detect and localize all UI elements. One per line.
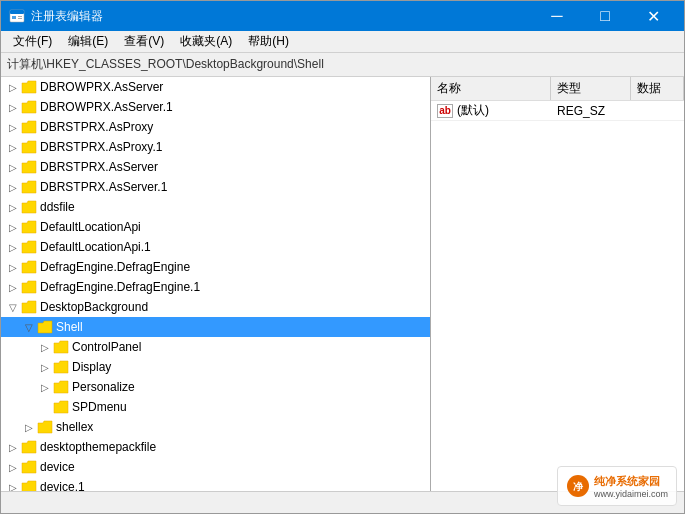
item-label: DefaultLocationApi.1 xyxy=(40,240,151,254)
item-label: DBRSTPRX.AsServer xyxy=(40,160,158,174)
tree-item-defragengine1[interactable]: ▷ DefragEngine.DefragEngine.1 xyxy=(1,277,430,297)
item-label: Shell xyxy=(56,320,83,334)
folder-icon xyxy=(53,400,69,414)
menu-edit[interactable]: 编辑(E) xyxy=(60,31,116,52)
col-data-header: 数据 xyxy=(631,77,684,100)
watermark-logo: 纯净系统家园 xyxy=(594,474,668,489)
ab-icon: ab xyxy=(437,104,453,118)
expand-btn[interactable]: ▷ xyxy=(5,439,21,455)
expand-btn[interactable]: ▷ xyxy=(5,139,21,155)
expand-btn[interactable]: ▷ xyxy=(5,99,21,115)
col-name-header: 名称 xyxy=(431,77,551,100)
folder-icon xyxy=(21,180,37,194)
item-label: DBROWPRX.AsServer xyxy=(40,80,163,94)
tree-item-dbrstprx-proxy[interactable]: ▷ DBRSTPRX.AsProxy xyxy=(1,117,430,137)
tree-item-spdmenu[interactable]: SPDmenu xyxy=(1,397,430,417)
item-label: Personalize xyxy=(72,380,135,394)
detail-row[interactable]: ab (默认) REG_SZ xyxy=(431,101,684,121)
tree-item-defaultlocationapi1[interactable]: ▷ DefaultLocationApi.1 xyxy=(1,237,430,257)
tree-item-dbrstprx-server1[interactable]: ▷ DBRSTPRX.AsServer.1 xyxy=(1,177,430,197)
folder-icon xyxy=(21,300,37,314)
expand-btn[interactable]: ▷ xyxy=(5,219,21,235)
minimize-button[interactable]: ─ xyxy=(534,1,580,31)
folder-icon xyxy=(21,260,37,274)
expand-btn[interactable]: ▷ xyxy=(5,79,21,95)
tree-item-controlpanel[interactable]: ▷ ControlPanel xyxy=(1,337,430,357)
menu-help[interactable]: 帮助(H) xyxy=(240,31,297,52)
title-bar-left: 注册表编辑器 xyxy=(9,8,103,25)
title-bar-controls: ─ □ ✕ xyxy=(534,1,676,31)
title-text: 注册表编辑器 xyxy=(31,8,103,25)
tree-item-dbrowprx-server[interactable]: ▷ DBROWPRX.AsServer xyxy=(1,77,430,97)
svg-rect-4 xyxy=(18,18,22,19)
tree-item-desktopbackground[interactable]: ▽ DesktopBackground xyxy=(1,297,430,317)
item-label: DesktopBackground xyxy=(40,300,148,314)
expand-btn[interactable]: ▷ xyxy=(5,119,21,135)
tree-item-display[interactable]: ▷ Display xyxy=(1,357,430,377)
folder-icon xyxy=(21,100,37,114)
item-label: DefragEngine.DefragEngine.1 xyxy=(40,280,200,294)
expand-btn[interactable]: ▷ xyxy=(5,179,21,195)
item-label: shellex xyxy=(56,420,93,434)
main-content: ▷ DBROWPRX.AsServer ▷ DBROWPRX.AsServer.… xyxy=(1,77,684,491)
folder-icon xyxy=(53,380,69,394)
folder-icon xyxy=(21,140,37,154)
expand-btn[interactable]: ▷ xyxy=(5,479,21,491)
tree-pane[interactable]: ▷ DBROWPRX.AsServer ▷ DBROWPRX.AsServer.… xyxy=(1,77,431,491)
folder-icon xyxy=(53,360,69,374)
tree-item-dbrstprx-server[interactable]: ▷ DBRSTPRX.AsServer xyxy=(1,157,430,177)
item-label: DBRSTPRX.AsServer.1 xyxy=(40,180,167,194)
tree-item-dbrowprx-server1[interactable]: ▷ DBROWPRX.AsServer.1 xyxy=(1,97,430,117)
col-data-label: 数据 xyxy=(637,80,661,97)
folder-icon xyxy=(37,420,53,434)
tree-item-ddsfile[interactable]: ▷ ddsfile xyxy=(1,197,430,217)
menu-favorites[interactable]: 收藏夹(A) xyxy=(172,31,240,52)
expand-btn[interactable]: ▷ xyxy=(37,359,53,375)
tree-item-device1[interactable]: ▷ device.1 xyxy=(1,477,430,491)
menu-file[interactable]: 文件(F) xyxy=(5,31,60,52)
regedit-window: 注册表编辑器 ─ □ ✕ 文件(F) 编辑(E) 查看(V) 收藏夹(A) 帮助… xyxy=(0,0,685,514)
item-label: ddsfile xyxy=(40,200,75,214)
close-button[interactable]: ✕ xyxy=(630,1,676,31)
tree-item-dbrstprx-proxy1[interactable]: ▷ DBRSTPRX.AsProxy.1 xyxy=(1,137,430,157)
watermark-logo-icon: 净 xyxy=(566,474,590,498)
folder-icon xyxy=(21,120,37,134)
expand-btn[interactable]: ▷ xyxy=(5,159,21,175)
item-label: desktopthemepackfile xyxy=(40,440,156,454)
detail-pane[interactable]: 名称 类型 数据 ab (默认) REG_SZ xyxy=(431,77,684,491)
tree-item-defragengine[interactable]: ▷ DefragEngine.DefragEngine xyxy=(1,257,430,277)
expand-btn[interactable]: ▽ xyxy=(21,319,37,335)
menu-view[interactable]: 查看(V) xyxy=(116,31,172,52)
tree-item-device[interactable]: ▷ device xyxy=(1,457,430,477)
expand-btn[interactable]: ▷ xyxy=(5,239,21,255)
folder-icon xyxy=(21,160,37,174)
expand-btn[interactable]: ▷ xyxy=(5,279,21,295)
tree-item-shell[interactable]: ▽ Shell xyxy=(1,317,430,337)
tree-item-desktopthemepackfile[interactable]: ▷ desktopthemepackfile xyxy=(1,437,430,457)
expand-btn[interactable]: ▽ xyxy=(5,299,21,315)
tree-item-shellex[interactable]: ▷ shellex xyxy=(1,417,430,437)
cell-data xyxy=(631,101,684,120)
folder-icon xyxy=(21,280,37,294)
item-label: SPDmenu xyxy=(72,400,127,414)
cell-type-value: REG_SZ xyxy=(557,104,605,118)
expand-btn[interactable]: ▷ xyxy=(5,199,21,215)
expand-btn[interactable]: ▷ xyxy=(37,379,53,395)
svg-rect-1 xyxy=(10,10,24,14)
expand-btn[interactable]: ▷ xyxy=(21,419,37,435)
expand-btn[interactable]: ▷ xyxy=(5,259,21,275)
item-label: Display xyxy=(72,360,111,374)
col-type-header: 类型 xyxy=(551,77,631,100)
expand-btn[interactable]: ▷ xyxy=(5,459,21,475)
maximize-button[interactable]: □ xyxy=(582,1,628,31)
title-bar: 注册表编辑器 ─ □ ✕ xyxy=(1,1,684,31)
folder-icon xyxy=(53,340,69,354)
item-label: DBRSTPRX.AsProxy.1 xyxy=(40,140,162,154)
regedit-icon xyxy=(9,8,25,24)
col-type-label: 类型 xyxy=(557,80,581,97)
tree-item-defaultlocationapi[interactable]: ▷ DefaultLocationApi xyxy=(1,217,430,237)
item-label: DBROWPRX.AsServer.1 xyxy=(40,100,173,114)
cell-type: REG_SZ xyxy=(551,101,631,120)
tree-item-personalize[interactable]: ▷ Personalize xyxy=(1,377,430,397)
expand-btn[interactable]: ▷ xyxy=(37,339,53,355)
